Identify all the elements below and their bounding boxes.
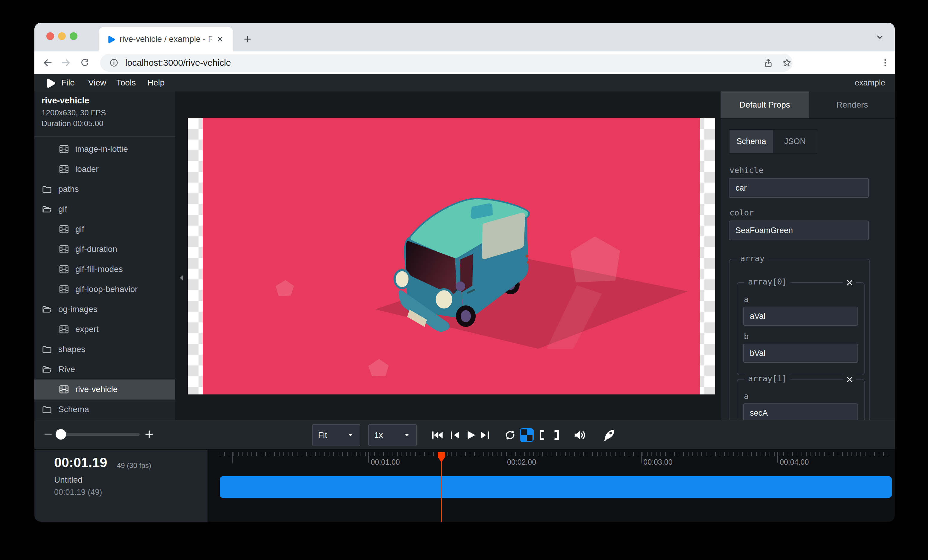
sidebar-item-label: gif-duration [75, 245, 117, 254]
subtab-json-label: JSON [784, 137, 806, 146]
sidebar-item-label: expert [75, 324, 99, 334]
sidebar-item-rive-folder[interactable]: Rive [34, 359, 175, 379]
menu-item-help[interactable]: Help [147, 78, 165, 88]
playback-toolbar: Fit 1x [34, 420, 895, 450]
ruler-major-tick [505, 452, 505, 463]
sidebar-item-gif-folder[interactable]: gif [34, 199, 175, 219]
site-info-icon[interactable] [109, 58, 119, 67]
sidebar-item-gif-duration[interactable]: gif-duration [34, 239, 175, 259]
remotion-logo-icon[interactable] [44, 77, 56, 89]
subtab-schema[interactable]: Schema [730, 130, 773, 153]
props-panel: Default Props Renders Schema JSON vehicl… [720, 91, 895, 420]
tab-close-icon[interactable] [216, 35, 224, 43]
fit-dropdown-value: Fit [318, 431, 327, 440]
subtab-json[interactable]: JSON [773, 130, 817, 153]
sidebar-item-schema-folder[interactable]: Schema [34, 400, 175, 420]
traffic-light-zoom[interactable] [70, 32, 78, 40]
sidebar-item-label: gif-loop-behavior [75, 285, 138, 294]
menu-item-tools[interactable]: Tools [116, 78, 136, 88]
zoom-slider-thumb[interactable] [56, 429, 66, 440]
film-icon [59, 244, 69, 255]
loop-toggle-button[interactable] [502, 428, 517, 443]
tabs-divider [720, 118, 895, 119]
pentagon-left [276, 280, 294, 296]
array-1-fieldset: array[1] a b [737, 379, 865, 420]
browser-tab[interactable]: rive-vehicle / example - Remoti [99, 27, 233, 52]
ruler-major-tick [641, 452, 642, 463]
array-1-remove-button[interactable] [843, 373, 856, 386]
film-icon [59, 324, 69, 335]
current-frame-info: 49 (30 fps) [117, 461, 151, 470]
tab-default-props[interactable]: Default Props [720, 91, 809, 118]
array-1-a-input[interactable] [743, 403, 858, 420]
ruler-label: 00:04.00 [780, 458, 809, 466]
sidebar-item-og-images[interactable]: og-images [34, 300, 175, 320]
sidebar-item-label: loader [75, 164, 99, 174]
browser-menu-dots-button[interactable] [879, 57, 891, 69]
in-point-bracket-button[interactable] [534, 428, 549, 443]
sidebar-item-paths[interactable]: paths [34, 179, 175, 199]
volume-button[interactable] [572, 428, 587, 443]
bookmark-star-button[interactable] [781, 57, 792, 69]
ruler-major-tick [232, 452, 233, 463]
folder-open-icon [41, 304, 52, 315]
url-text[interactable]: localhost:3000/rive-vehicle [125, 58, 231, 68]
play-button[interactable] [463, 428, 478, 443]
array-fieldset: array array[0] a b array[1] a b [729, 259, 870, 420]
sidebar-item-image-in-lottie[interactable]: image-in-lottie [34, 139, 175, 159]
timeline-track-area[interactable]: 00:01.00 00:02.00 00:03.00 00:04.00 [209, 450, 895, 522]
out-point-bracket-button[interactable] [549, 428, 564, 443]
array-0-b-input[interactable] [743, 344, 858, 363]
fit-dropdown[interactable]: Fit [312, 424, 360, 446]
color-field-label: color [730, 208, 754, 217]
color-field-input[interactable] [729, 221, 869, 240]
sidebar-item-expert[interactable]: expert [34, 320, 175, 339]
sidebar-item-label: shapes [58, 345, 85, 354]
menu-item-file[interactable]: File [61, 78, 75, 88]
folder-open-icon [41, 364, 52, 375]
share-button[interactable] [763, 57, 774, 69]
array-0-remove-button[interactable] [843, 276, 856, 289]
traffic-light-minimize[interactable] [58, 32, 66, 40]
timeline-track-bar[interactable] [220, 476, 892, 498]
caret-down-icon [403, 431, 411, 439]
new-tab-button[interactable] [242, 34, 253, 44]
zoom-in-button[interactable] [143, 428, 155, 440]
desktop: rive-vehicle / example - Remoti localhos… [0, 0, 928, 560]
sidebar-item-loader[interactable]: loader [34, 159, 175, 179]
playhead-line[interactable] [441, 452, 442, 522]
menu-item-view[interactable]: View [88, 78, 106, 88]
transparency-checkerboard-toggle[interactable] [519, 427, 535, 443]
jump-to-end-button[interactable] [478, 428, 493, 443]
tab-renders[interactable]: Renders [809, 91, 895, 118]
playhead-marker[interactable] [437, 452, 446, 463]
collapse-left-panel-icon[interactable] [178, 273, 185, 283]
zoom-slider-track[interactable] [60, 433, 140, 436]
zoom-out-button[interactable] [42, 428, 54, 440]
speed-dropdown[interactable]: 1x [368, 424, 417, 446]
rocket-render-button[interactable] [601, 427, 617, 443]
composition-duration: Duration 00:05.00 [41, 119, 104, 128]
sidebar-item-rive-vehicle[interactable]: rive-vehicle [34, 379, 175, 400]
vehicle-illustration [203, 118, 700, 394]
forward-button[interactable] [60, 57, 72, 69]
tab-search-chevron-icon[interactable] [874, 31, 886, 43]
back-button[interactable] [41, 57, 53, 69]
timeline-ruler[interactable] [220, 452, 892, 456]
sidebar-item-gif-loop-behavior[interactable]: gif-loop-behavior [34, 279, 175, 300]
sidebar-item-label: Schema [58, 405, 89, 414]
sidebar-item-shapes[interactable]: shapes [34, 339, 175, 359]
sidebar-item-gif[interactable]: gif [34, 219, 175, 239]
sidebar-item-gif-fill-modes[interactable]: gif-fill-modes [34, 259, 175, 279]
skip-to-start-button[interactable] [430, 428, 444, 443]
url-pill[interactable]: localhost:3000/rive-vehicle [100, 54, 792, 72]
traffic-light-close[interactable] [46, 32, 54, 40]
sidebar-item-label: gif [58, 204, 67, 214]
preview-area [175, 91, 720, 420]
previous-frame-button[interactable] [447, 428, 462, 443]
film-icon [59, 264, 69, 275]
video-frame [188, 118, 715, 394]
reload-button[interactable] [79, 57, 91, 69]
array-0-a-input[interactable] [743, 307, 858, 326]
vehicle-field-input[interactable] [729, 178, 869, 198]
